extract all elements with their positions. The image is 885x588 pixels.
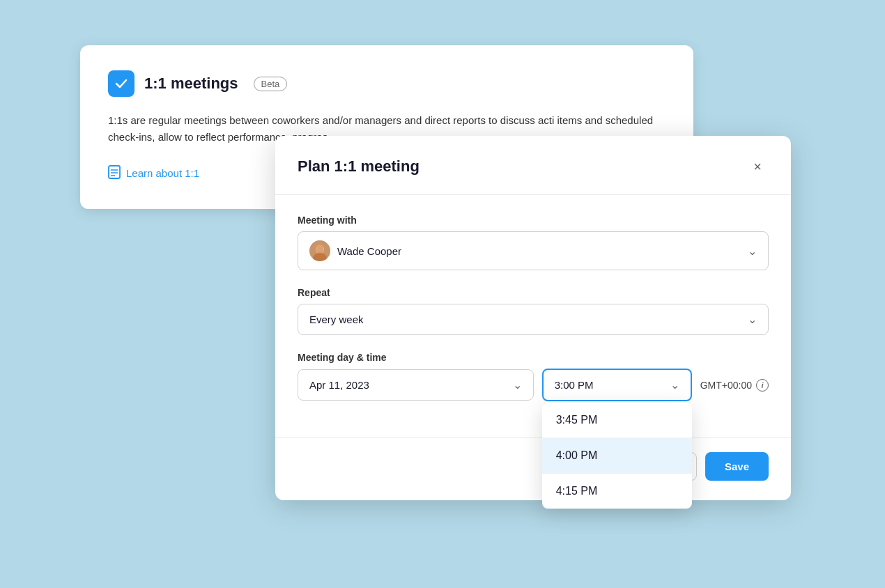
close-button[interactable]: × — [746, 155, 769, 178]
meeting-with-group: Meeting with Wade Cooper — [298, 215, 769, 270]
close-icon: × — [753, 159, 762, 175]
save-button[interactable]: Save — [705, 452, 769, 481]
chevron-down-icon: ⌄ — [513, 378, 522, 392]
datetime-group: Meeting day & time Apr 11, 2023 ⌄ 3:00 P… — [298, 352, 769, 401]
date-select[interactable]: Apr 11, 2023 ⌄ — [298, 369, 534, 401]
timezone-value: GMT+00:00 — [700, 380, 752, 391]
modal-overlay: Plan 1:1 meeting × Meeting with — [0, 0, 885, 588]
avatar — [309, 240, 330, 261]
repeat-select[interactable]: Every week ⌄ — [298, 304, 769, 335]
time-dropdown: 3:45 PM 4:00 PM 4:15 PM — [542, 403, 692, 509]
time-option-345[interactable]: 3:45 PM — [542, 403, 692, 438]
timezone-label: GMT+00:00 i — [700, 379, 769, 392]
time-value: 3:00 PM — [555, 379, 594, 391]
modal-footer: Cancel Save — [275, 438, 791, 500]
time-option-415[interactable]: 4:15 PM — [542, 474, 692, 509]
date-value: Apr 11, 2023 — [309, 379, 369, 391]
datetime-label: Meeting day & time — [298, 352, 769, 363]
repeat-group: Repeat Every week ⌄ — [298, 287, 769, 335]
meeting-with-label: Meeting with — [298, 215, 769, 226]
repeat-label: Repeat — [298, 287, 769, 298]
meeting-with-select[interactable]: Wade Cooper ⌄ — [298, 231, 769, 270]
modal-body: Meeting with Wade Cooper — [275, 195, 791, 438]
time-select[interactable]: 3:00 PM ⌄ — [542, 369, 692, 401]
meeting-with-value: Wade Cooper — [337, 245, 401, 257]
time-select-wrapper: 3:00 PM ⌄ 3:45 PM 4:00 PM — [542, 369, 692, 401]
time-option-400[interactable]: 4:00 PM — [542, 438, 692, 474]
datetime-row: Apr 11, 2023 ⌄ 3:00 PM ⌄ 3:45 PM — [298, 369, 769, 401]
chevron-down-icon: ⌄ — [748, 313, 757, 326]
plan-meeting-modal: Plan 1:1 meeting × Meeting with — [275, 136, 791, 500]
repeat-value: Every week — [309, 314, 364, 325]
modal-title: Plan 1:1 meeting — [298, 157, 420, 176]
chevron-down-icon: ⌄ — [670, 378, 679, 392]
info-icon[interactable]: i — [756, 379, 769, 392]
select-field-left: Wade Cooper — [309, 240, 401, 261]
svg-point-8 — [316, 245, 323, 252]
modal-header: Plan 1:1 meeting × — [275, 136, 791, 195]
chevron-down-icon: ⌄ — [748, 245, 757, 258]
